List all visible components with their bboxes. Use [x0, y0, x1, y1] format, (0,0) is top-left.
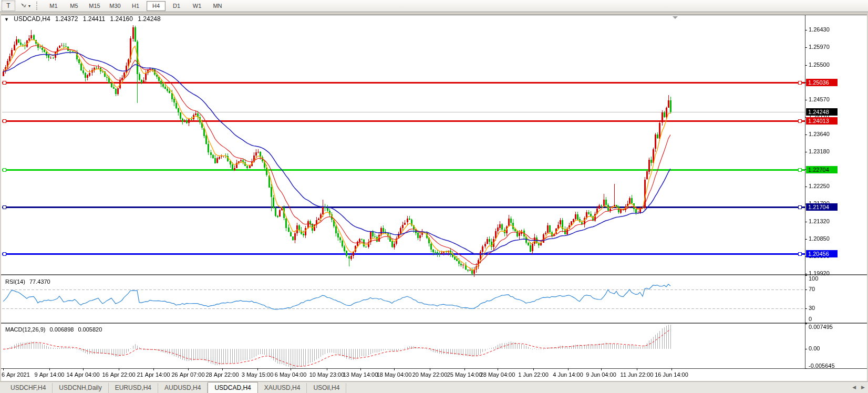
symbol-tab-usdchf[interactable]: USDCHF,H4 [4, 383, 53, 393]
symbol-tab-usdcad[interactable]: USDCAD,H4 [208, 382, 257, 393]
chart-ohlc-header: ▼ USDCAD,H4 1.24372 1.24411 1.24160 1.24… [4, 15, 164, 23]
chevron-down-icon: ▾ [28, 4, 30, 8]
rsi-name: RSI(14) [5, 278, 25, 285]
symbol-tab-xauusd[interactable]: XAUUSD,H4 [258, 383, 307, 393]
timeframe-button-m15[interactable]: M15 [85, 1, 104, 11]
timeframe-group: M1M5M15M30H1H4D1W1MN [44, 1, 227, 11]
top-toolbar: T ▾ M1M5M15M30H1H4D1W1MN [0, 0, 868, 12]
symbol-tab-eurusd[interactable]: EURUSD,H4 [109, 383, 158, 393]
symbol-tab-bar: USDCHF,H4USDCNH,DailyEURUSD,H4AUDUSD,H4U… [0, 381, 868, 393]
macd-name: MACD(12,26,9) [5, 326, 45, 333]
price-badge-122704: 1.22704 [806, 166, 838, 173]
price-badge-121704: 1.21704 [806, 203, 838, 211]
timeframe-button-h4[interactable]: H4 [147, 1, 166, 11]
price-badge-124248: 1.24248 [806, 108, 838, 116]
open-value: 1.24372 [55, 15, 78, 23]
chart-symbol-label: USDCAD,H4 [14, 15, 50, 23]
timeframe-button-mn[interactable]: MN [208, 1, 227, 11]
high-value: 1.24411 [83, 15, 106, 23]
price-badge-124013: 1.24013 [806, 117, 838, 125]
rsi-current-value: 77.4370 [29, 278, 50, 285]
symbol-dropdown-icon[interactable]: ▼ [4, 17, 9, 22]
timeframe-button-m30[interactable]: M30 [106, 1, 125, 11]
price-badge-120456: 1.20456 [806, 250, 838, 257]
tab-scroll-left-icon[interactable]: ◀ [852, 384, 856, 390]
arrow-objects-dropdown[interactable]: ▾ [17, 1, 34, 11]
price-chart-canvas[interactable] [0, 12, 868, 381]
macd-current-value: 0.006898 [49, 326, 74, 333]
timeframe-button-m1[interactable]: M1 [44, 1, 63, 11]
symbol-tab-usoil[interactable]: USOil,H4 [307, 383, 346, 393]
tab-scroll-right-icon[interactable]: ▶ [861, 384, 865, 390]
text-tool-button[interactable]: T [2, 1, 15, 11]
timeframe-button-w1[interactable]: W1 [188, 1, 206, 11]
tab-scroll-arrows: ◀ ▶ [852, 384, 865, 390]
timeframe-button-m5[interactable]: M5 [65, 1, 84, 11]
macd-indicator-label: MACD(12,26,9) 0.006898 0.005820 [5, 326, 102, 333]
symbol-tab-audusd[interactable]: AUDUSD,H4 [158, 383, 208, 393]
symbol-tab-usdcnh[interactable]: USDCNH,Daily [53, 383, 108, 393]
low-value: 1.24160 [110, 15, 133, 23]
toolbar-separator [36, 2, 40, 10]
price-badge-125036: 1.25036 [806, 79, 838, 86]
timeframe-button-d1[interactable]: D1 [167, 1, 186, 11]
timeframe-button-h1[interactable]: H1 [126, 1, 145, 11]
close-value: 1.24248 [138, 15, 160, 23]
arrows-icon [20, 1, 27, 11]
macd-signal-value: 0.005820 [78, 326, 102, 333]
rsi-indicator-label: RSI(14) 77.4370 [5, 278, 50, 285]
